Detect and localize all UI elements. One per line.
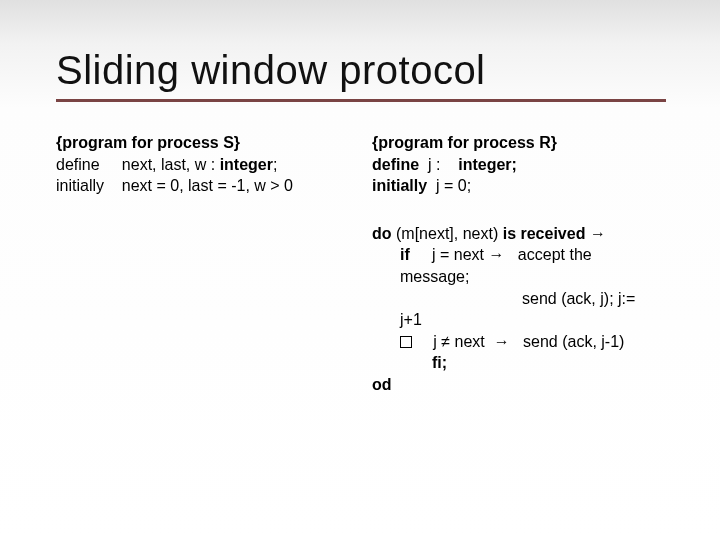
initially-keyword-r: initially: [372, 177, 427, 194]
content-columns: {program for process S} define next, las…: [56, 132, 664, 422]
define-keyword: define: [56, 156, 100, 173]
do-keyword: do: [372, 225, 392, 242]
accept-word: accept: [518, 246, 570, 263]
process-s-initially: initially next = 0, last = -1, w > 0: [56, 175, 348, 197]
process-r-header: {program for process R}: [372, 132, 664, 154]
jplus-line: j+1: [372, 309, 664, 331]
initially-values-r: j = 0;: [436, 177, 471, 194]
alt-box-icon: [400, 336, 412, 348]
initially-keyword: initially: [56, 177, 104, 194]
od-line: od: [372, 374, 664, 396]
alt-action: send (ack, j-1): [523, 333, 624, 350]
left-column: {program for process S} define next, las…: [56, 132, 348, 422]
title-underline: [56, 99, 666, 102]
if-arrow: →: [489, 246, 505, 263]
define-keyword-r: define: [372, 156, 419, 173]
message-line: message;: [372, 266, 664, 288]
send-line: send (ack, j); j:=: [372, 288, 664, 310]
alt-line: j ≠ next → send (ack, j-1): [372, 331, 664, 353]
alt-arrow: →: [494, 333, 510, 350]
fi-line: fi;: [372, 352, 664, 374]
process-r-define: define j : integer;: [372, 154, 664, 176]
do-arrow: →: [590, 225, 606, 242]
process-s-header: {program for process S}: [56, 132, 348, 154]
define-vars-r: j :: [428, 156, 440, 173]
message-text: message;: [400, 268, 469, 285]
define-type-r: integer;: [458, 156, 517, 173]
do-line: do (m[next], next) is received →: [372, 223, 664, 245]
process-s-block: {program for process S} define next, las…: [56, 132, 348, 197]
if-cond: j = next: [432, 246, 484, 263]
alt-cond: j ≠ next: [433, 333, 484, 350]
define-type: integer: [220, 156, 273, 173]
define-vars: next, last, w :: [122, 156, 220, 173]
initially-values: next = 0, last = -1, w > 0: [122, 177, 293, 194]
od-keyword: od: [372, 376, 392, 393]
if-line: if j = next → accept the: [372, 244, 664, 266]
jplus: j+1: [400, 311, 422, 328]
process-r-initially: initially j = 0;: [372, 175, 664, 197]
slide: Sliding window protocol {program for pro…: [0, 0, 720, 540]
process-r-header-block: {program for process R} define j : integ…: [372, 132, 664, 197]
fi-keyword: fi;: [432, 354, 447, 371]
send-ack: send (ack, j); j:=: [522, 290, 635, 307]
process-r-body: do (m[next], next) is received → if j = …: [372, 223, 664, 396]
do-receive-pre: (m[next], next): [396, 225, 503, 242]
do-is-received: is received: [503, 225, 586, 242]
process-s-define: define next, last, w : integer;: [56, 154, 348, 176]
if-keyword: if: [400, 246, 410, 263]
accept-the: the: [569, 246, 591, 263]
right-column: {program for process R} define j : integ…: [372, 132, 664, 422]
slide-title: Sliding window protocol: [56, 48, 664, 93]
define-semi: ;: [273, 156, 277, 173]
